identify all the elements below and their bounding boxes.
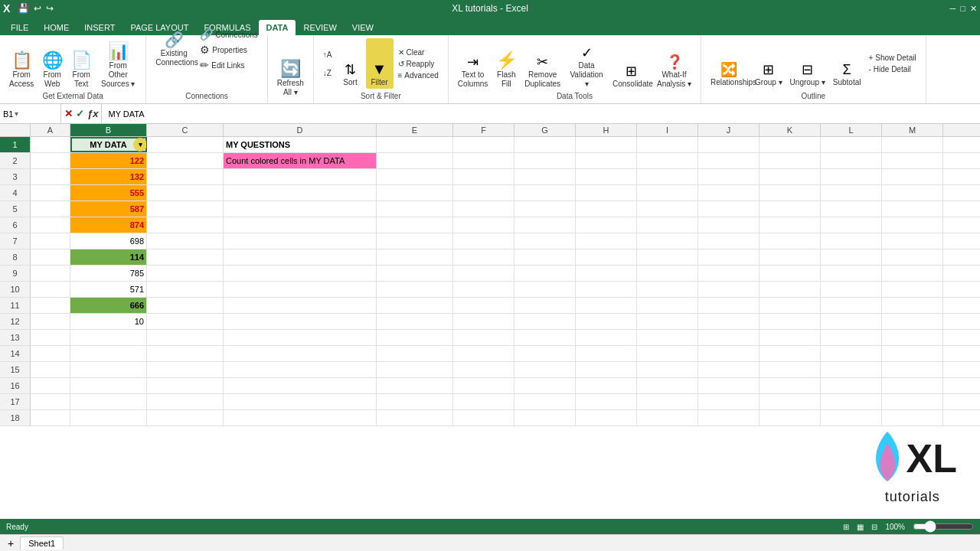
consolidate-button[interactable]: ⊞ Consolidate — [609, 40, 652, 90]
remove-duplicates-button[interactable]: ✂ RemoveDuplicates — [521, 40, 564, 90]
cell-b5[interactable]: 587 — [70, 201, 147, 217]
ungroup-button[interactable]: ⊟ Ungroup ▾ — [787, 38, 828, 89]
cell-b12[interactable]: 10 — [70, 314, 147, 329]
relationships-button[interactable]: 🔀 Relationships — [707, 38, 750, 89]
from-web-button[interactable]: 🌐 FromWeb — [38, 40, 66, 90]
cell-b11[interactable]: 666 — [70, 298, 147, 313]
redo-icon[interactable]: ↪ — [46, 3, 54, 14]
connections-button[interactable]: 🔗 Connections — [197, 28, 261, 41]
row-num-7[interactable]: 7 — [0, 233, 31, 249]
cell-b3[interactable]: 132 — [70, 169, 147, 184]
cell-f1[interactable] — [453, 137, 514, 152]
filter-button[interactable]: ▼ Filter — [366, 38, 394, 89]
col-header-j[interactable]: J — [698, 124, 760, 136]
col-header-i[interactable]: I — [637, 124, 698, 136]
confirm-formula-icon[interactable]: ✓ — [76, 108, 84, 119]
row-num-3[interactable]: 3 — [0, 169, 31, 184]
subtotal-button[interactable]: Σ Subtotal — [830, 38, 864, 89]
hide-detail-button[interactable]: - Hide Detail — [865, 64, 919, 74]
from-access-button[interactable]: 📋 FromAccess — [6, 40, 37, 90]
cell-b10[interactable]: 571 — [70, 282, 147, 297]
sort-ascending-button[interactable]: ↑A — [320, 46, 335, 63]
existing-connections-button[interactable]: 🔗 ExistingConnections — [152, 31, 195, 69]
cell-m1[interactable] — [882, 137, 943, 152]
cell-d2[interactable]: Count colored cells in MY DATA — [224, 153, 377, 168]
col-header-d[interactable]: D — [224, 124, 377, 136]
row-num-5[interactable]: 5 — [0, 201, 31, 217]
cell-b6[interactable]: 874 — [70, 217, 147, 233]
cell-j1[interactable] — [698, 137, 760, 152]
cell-b4[interactable]: 555 — [70, 185, 147, 201]
cell-g1[interactable] — [514, 137, 576, 152]
sheet-tab-1[interactable]: Sheet1 — [20, 536, 64, 549]
cell-b1[interactable]: MY DATA ▾ — [70, 137, 147, 152]
cell-c1[interactable] — [147, 137, 224, 152]
row-num-11[interactable]: 11 — [0, 298, 31, 313]
row-num-2[interactable]: 2 — [0, 153, 31, 168]
add-sheet-button[interactable]: + — [3, 536, 18, 551]
text-to-columns-button[interactable]: ⇥ Text toColumns — [455, 40, 491, 90]
tab-review[interactable]: REVIEW — [296, 20, 344, 35]
tab-file[interactable]: FILE — [3, 20, 36, 35]
col-header-h[interactable]: H — [576, 124, 637, 136]
edit-links-button[interactable]: ✏ Edit Links — [197, 58, 261, 72]
row-num-12[interactable]: 12 — [0, 314, 31, 329]
col-header-k[interactable]: K — [760, 124, 821, 136]
col-header-f[interactable]: F — [453, 124, 514, 136]
refresh-all-button[interactable]: 🔄 RefreshAll ▾ — [274, 48, 307, 99]
cell-l1[interactable] — [821, 137, 882, 152]
page-layout-icon[interactable]: ⊞ — [843, 523, 849, 531]
tab-view[interactable]: VIEW — [345, 20, 381, 35]
row-num-8[interactable]: 8 — [0, 249, 31, 265]
col-header-g[interactable]: G — [514, 124, 576, 136]
cancel-formula-icon[interactable]: ✕ — [64, 108, 73, 119]
data-validation-button[interactable]: ✓ DataValidation ▾ — [565, 40, 608, 90]
flash-fill-button[interactable]: ⚡ FlashFill — [492, 40, 520, 90]
insert-function-icon[interactable]: ƒx — [87, 108, 98, 119]
tab-insert[interactable]: INSERT — [77, 20, 122, 35]
tab-home[interactable]: HOME — [36, 20, 77, 35]
tab-data[interactable]: DATA — [259, 20, 296, 35]
cell-b2[interactable]: 122 — [70, 153, 147, 168]
show-detail-button[interactable]: + Show Detail — [865, 53, 919, 63]
cell-k1[interactable] — [760, 137, 821, 152]
col-header-a[interactable]: A — [31, 124, 70, 136]
col-header-m[interactable]: M — [882, 124, 943, 136]
col-header-l[interactable]: L — [821, 124, 882, 136]
zoom-slider[interactable] — [913, 523, 974, 530]
cell-e1[interactable] — [377, 137, 453, 152]
page-break-icon[interactable]: ⊟ — [871, 523, 877, 531]
clear-button[interactable]: ✕ Clear — [395, 47, 442, 57]
col-header-c[interactable]: C — [147, 124, 224, 136]
col-header-e[interactable]: E — [377, 124, 453, 136]
row-num-1[interactable]: 1 — [0, 137, 31, 152]
cell-h1[interactable] — [576, 137, 637, 152]
cell-b8[interactable]: 114 — [70, 249, 147, 265]
undo-icon[interactable]: ↩ — [34, 3, 41, 14]
sort-descending-button[interactable]: ↓Z — [320, 64, 335, 81]
properties-button[interactable]: ⚙ Properties — [197, 43, 261, 57]
cell-a1[interactable] — [31, 137, 70, 152]
reapply-button[interactable]: ↺ Reapply — [395, 59, 442, 69]
what-if-analysis-button[interactable]: ❓ What-IfAnalysis ▾ — [654, 40, 694, 90]
cell-d1[interactable]: MY QUESTIONS — [224, 137, 377, 152]
cell-e2[interactable] — [377, 153, 453, 168]
cell-f2[interactable] — [453, 153, 514, 168]
save-icon[interactable]: 💾 — [18, 3, 29, 14]
row-num-6[interactable]: 6 — [0, 217, 31, 233]
cell-b7[interactable]: 698 — [70, 233, 147, 249]
from-other-sources-button[interactable]: 📊 From OtherSources ▾ — [96, 40, 139, 90]
sort-button[interactable]: ⇅ Sort — [337, 38, 364, 89]
cell-b9[interactable]: 785 — [70, 266, 147, 281]
name-box-dropdown[interactable]: ▾ — [15, 109, 18, 118]
group-button[interactable]: ⊞ Group ▾ — [752, 38, 786, 89]
normal-view-icon[interactable]: ▦ — [857, 523, 864, 531]
row-num-9[interactable]: 9 — [0, 266, 31, 281]
row-num-4[interactable]: 4 — [0, 185, 31, 201]
cell-a2[interactable] — [31, 153, 70, 168]
col-header-b[interactable]: B — [70, 124, 147, 136]
cell-i1[interactable] — [637, 137, 698, 152]
advanced-button[interactable]: ≡ Advanced — [395, 70, 442, 80]
row-num-10[interactable]: 10 — [0, 282, 31, 297]
name-box[interactable]: B1 ▾ — [0, 104, 61, 123]
